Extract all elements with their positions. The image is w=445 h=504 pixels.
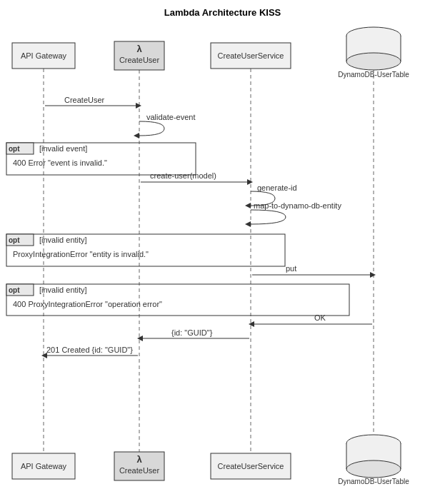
svg-marker-25 [370,272,376,278]
msg-validate-event-label: validate-event [146,113,196,121]
actor-api-gateway-bottom: API Gateway [21,462,67,470]
svg-text:create-user(model): create-user(model) [150,171,216,180]
svg-marker-36 [137,336,143,341]
svg-point-58 [346,460,401,478]
svg-text:400 ProxyIntegrationError "ope: 400 ProxyIntegrationError "operation err… [13,300,162,308]
svg-text:OK: OK [314,313,326,322]
svg-marker-33 [249,321,254,327]
svg-point-49 [346,53,401,70]
actor-create-user-top: CreateUser [119,56,160,64]
svg-text:put: put [286,264,296,273]
svg-text:[invalid event]: [invalid event] [39,144,87,153]
svg-marker-6 [134,133,139,138]
sequence-diagram: Lambda Architecture KISS CreateUser vali… [0,0,445,504]
actor-create-user-service-bottom: CreateUserService [218,462,284,470]
svg-text:generate-id: generate-id [257,183,297,192]
actor-dynamo-db-bottom: DynamoDB-UserTable [338,478,409,485]
svg-text:map-to-dynamo-db-entity: map-to-dynamo-db-entity [254,201,341,210]
svg-text:λ: λ [136,44,142,54]
svg-marker-13 [247,179,253,185]
svg-text:ProxyIntegrationError "entity : ProxyIntegrationError "entity is invalid… [13,250,149,258]
svg-text:opt: opt [9,236,20,244]
svg-text:[invalid entity]: [invalid entity] [39,286,87,294]
actor-create-user-service-top: CreateUserService [218,51,284,60]
svg-text:201 Created {id: "GUID"}: 201 Created {id: "GUID"} [46,346,133,354]
svg-text:λ: λ [136,454,142,465]
svg-text:400 Error "event is invalid.": 400 Error "event is invalid." [13,158,107,167]
svg-text:[invalid entity]: [invalid entity] [39,236,87,244]
actor-api-gateway-top: API Gateway [21,51,67,60]
svg-text:opt: opt [9,145,20,153]
actor-dynamo-db-top: DynamoDB-UserTable [338,71,409,79]
svg-marker-15 [245,203,251,208]
svg-text:{id: "GUID"}: {id: "GUID"} [171,328,213,337]
svg-text:opt: opt [9,286,20,294]
actor-create-user-bottom: CreateUser [119,466,160,475]
svg-marker-5 [136,103,141,109]
msg-create-user-label: CreateUser [64,96,105,104]
svg-marker-17 [245,221,251,227]
